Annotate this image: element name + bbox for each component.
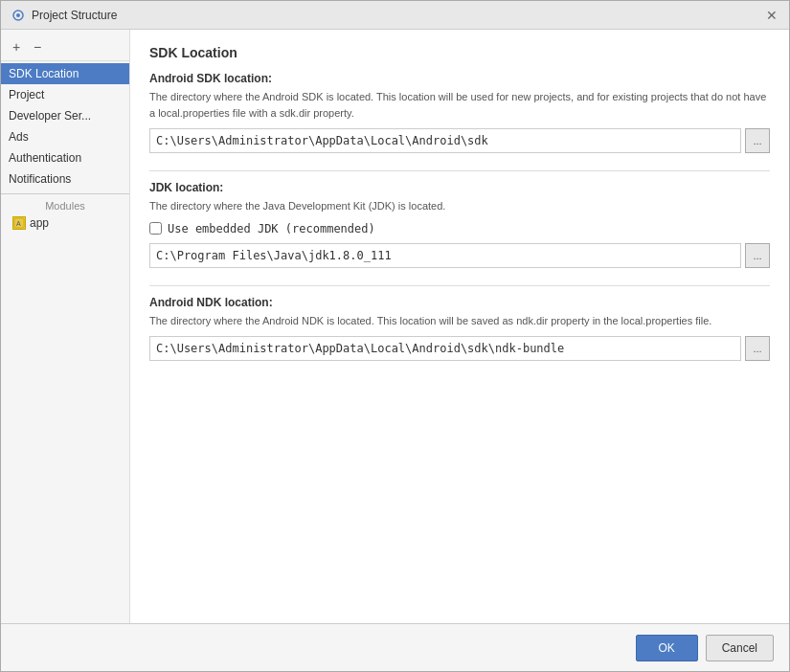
android-sdk-label: Android SDK location:	[149, 72, 770, 85]
android-ndk-browse-button[interactable]: ...	[745, 336, 770, 361]
modules-section-label: Modules	[1, 193, 129, 213]
title-bar-left: Project Structure	[11, 8, 117, 23]
app-module-label: app	[30, 216, 49, 230]
sidebar-item-authentication[interactable]: Authentication	[1, 147, 129, 168]
sidebar-item-ads[interactable]: Ads	[1, 126, 129, 147]
page-title: SDK Location	[149, 45, 770, 60]
sidebar-item-notifications[interactable]: Notifications	[1, 168, 129, 190]
add-button[interactable]: +	[7, 37, 26, 56]
sidebar: + − SDK Location Project Developer Ser..…	[1, 30, 130, 623]
android-ndk-path-row: ...	[149, 336, 770, 361]
svg-point-1	[16, 13, 20, 17]
main-content: SDK Location Android SDK location: The d…	[130, 30, 789, 623]
close-button[interactable]: ✕	[764, 8, 779, 23]
jdk-section: JDK location: The directory where the Ja…	[149, 181, 770, 268]
app-module-icon: A	[12, 216, 26, 230]
svg-text:A: A	[16, 220, 21, 227]
ok-button[interactable]: OK	[636, 635, 698, 661]
project-icon	[11, 8, 26, 23]
sidebar-item-sdk-location[interactable]: SDK Location	[1, 63, 129, 84]
android-ndk-section: Android NDK location: The directory wher…	[149, 296, 770, 362]
divider-1	[149, 170, 770, 171]
sidebar-item-developer-services[interactable]: Developer Ser...	[1, 105, 129, 126]
android-ndk-path-input[interactable]	[149, 336, 741, 361]
android-ndk-label: Android NDK location:	[149, 296, 770, 309]
android-sdk-section: Android SDK location: The directory wher…	[149, 72, 770, 153]
android-sdk-browse-button[interactable]: ...	[745, 128, 770, 153]
dialog-body: + − SDK Location Project Developer Ser..…	[1, 30, 789, 623]
jdk-path-input[interactable]	[149, 243, 741, 268]
embedded-jdk-label: Use embedded JDK (recommended)	[168, 222, 375, 235]
jdk-desc: The directory where the Java Development…	[149, 198, 770, 214]
embedded-jdk-checkbox-row: Use embedded JDK (recommended)	[149, 222, 770, 235]
android-ndk-desc: The directory where the Android NDK is l…	[149, 313, 770, 329]
jdk-label: JDK location:	[149, 181, 770, 194]
sidebar-item-app[interactable]: A app	[1, 213, 129, 233]
sidebar-item-project[interactable]: Project	[1, 84, 129, 105]
dialog-title: Project Structure	[32, 9, 117, 22]
jdk-browse-button[interactable]: ...	[745, 243, 770, 268]
android-sdk-path-input[interactable]	[149, 128, 741, 153]
project-structure-dialog: Project Structure ✕ + − SDK Location Pro…	[0, 0, 790, 672]
remove-button[interactable]: −	[28, 37, 47, 56]
embedded-jdk-checkbox[interactable]	[149, 222, 162, 235]
android-sdk-path-row: ...	[149, 128, 770, 153]
android-sdk-desc: The directory where the Android SDK is l…	[149, 89, 770, 121]
jdk-path-row: ...	[149, 243, 770, 268]
cancel-button[interactable]: Cancel	[706, 635, 774, 661]
dialog-footer: OK Cancel	[1, 623, 789, 671]
title-bar: Project Structure ✕	[1, 1, 789, 30]
divider-2	[149, 285, 770, 286]
sidebar-toolbar: + −	[1, 34, 129, 61]
